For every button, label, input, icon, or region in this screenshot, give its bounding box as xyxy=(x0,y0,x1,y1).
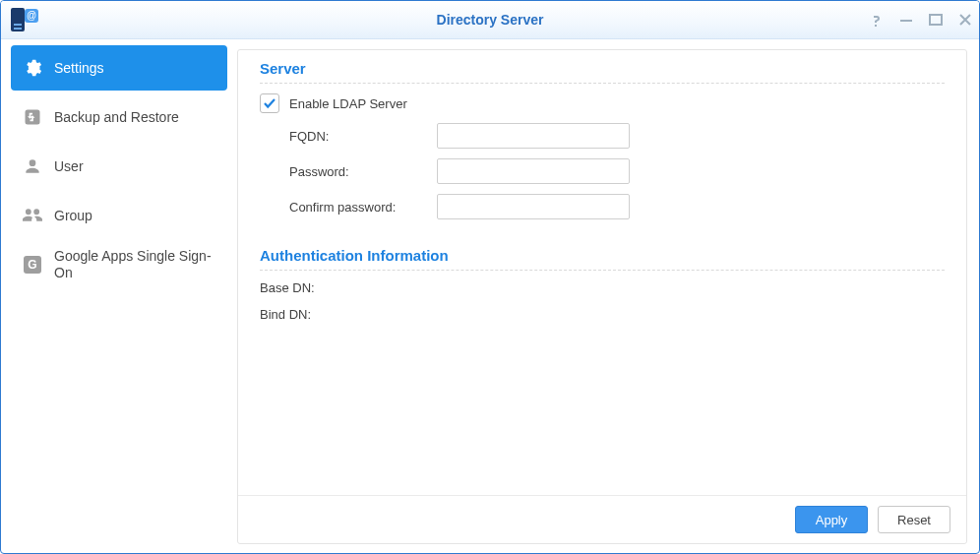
window-controls xyxy=(869,1,973,38)
fqdn-input[interactable] xyxy=(437,123,630,149)
confirm-password-label: Confirm password: xyxy=(289,200,437,215)
svg-rect-0 xyxy=(900,20,912,22)
sidebar-item-label: Group xyxy=(54,208,92,224)
app-window: @ Directory Server Settings xyxy=(0,0,980,554)
sidebar-item-label: User xyxy=(54,158,84,175)
gear-icon xyxy=(21,58,44,78)
enable-ldap-label: Enable LDAP Server xyxy=(289,96,407,111)
sidebar-item-backup[interactable]: Backup and Restore xyxy=(11,94,227,140)
settings-panel: Server Enable LDAP Server FQDN: Password… xyxy=(237,49,967,544)
basedn-label: Base DN: xyxy=(260,280,315,295)
svg-rect-1 xyxy=(930,15,942,25)
google-apps-icon: G xyxy=(21,256,44,274)
fqdn-label: FQDN: xyxy=(289,129,437,144)
sidebar-item-settings[interactable]: Settings xyxy=(11,45,227,91)
enable-ldap-checkbox[interactable] xyxy=(260,93,279,113)
confirm-password-input[interactable] xyxy=(437,194,630,219)
sidebar-item-group[interactable]: Group xyxy=(11,193,227,238)
password-input[interactable] xyxy=(437,158,630,184)
app-icon: @ xyxy=(11,7,36,32)
user-icon xyxy=(21,156,44,176)
sidebar: Settings Backup and Restore User Group xyxy=(1,39,237,554)
server-section-title: Server xyxy=(260,60,945,84)
reset-button[interactable]: Reset xyxy=(878,506,950,533)
sidebar-item-label: Google Apps Single Sign-On xyxy=(54,248,217,281)
sidebar-item-google-sso[interactable]: G Google Apps Single Sign-On xyxy=(11,242,227,287)
close-button[interactable] xyxy=(957,12,973,28)
sidebar-item-label: Settings xyxy=(54,60,104,77)
group-icon xyxy=(21,206,44,225)
maximize-button[interactable] xyxy=(928,12,944,28)
binddn-label: Bind DN: xyxy=(260,307,311,322)
window-title: Directory Server xyxy=(1,12,979,28)
auth-section-title: Authentication Information xyxy=(260,247,945,271)
sidebar-item-user[interactable]: User xyxy=(11,144,227,189)
help-button[interactable] xyxy=(869,12,885,28)
titlebar: @ Directory Server xyxy=(1,1,979,39)
sidebar-item-label: Backup and Restore xyxy=(54,109,179,126)
apply-button[interactable]: Apply xyxy=(795,506,868,533)
panel-footer: Apply Reset xyxy=(238,495,966,543)
backup-restore-icon xyxy=(21,107,44,127)
password-label: Password: xyxy=(289,164,437,179)
minimize-button[interactable] xyxy=(898,12,914,28)
